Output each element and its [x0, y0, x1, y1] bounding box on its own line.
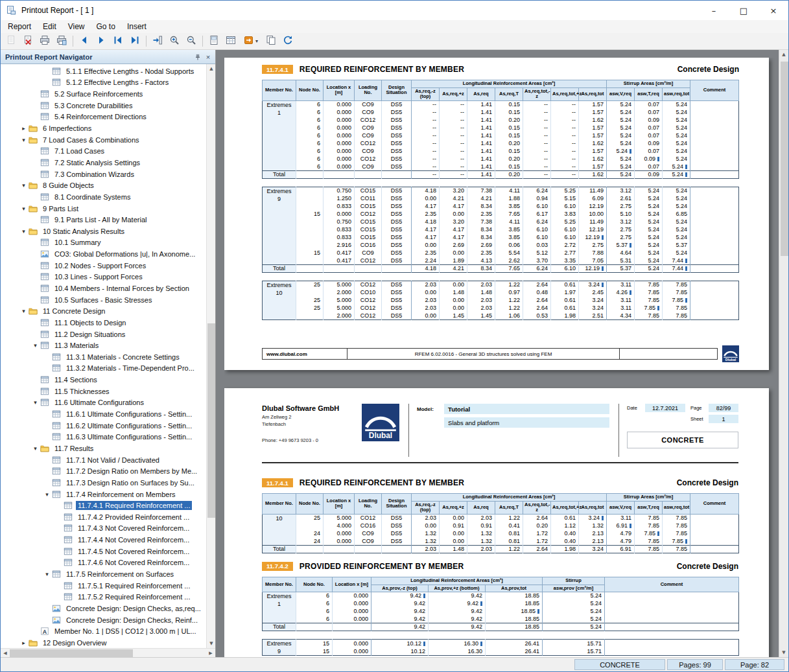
tree-item[interactable]: 11.7.1 Not Valid / Deactivated: [1, 454, 206, 466]
preview-scroll-thumb[interactable]: [781, 62, 788, 256]
navigator-close-icon[interactable]: ×: [203, 52, 213, 62]
navigator-horizontal-scrollbar[interactable]: ◀ ▶: [1, 648, 215, 657]
tree-item[interactable]: 5.4 Reinforcement Directions: [1, 111, 206, 123]
tree-item[interactable]: 11.7.5.1 Required Reinforcement ...: [1, 580, 206, 592]
export-pdf-button[interactable]: ▾: [239, 34, 263, 49]
print-button[interactable]: [36, 34, 53, 49]
preview-vertical-scrollbar[interactable]: ▲ ▼: [779, 50, 788, 657]
page-preview-button[interactable]: [206, 34, 222, 49]
minimize-button[interactable]: –: [699, 1, 729, 20]
tree-item[interactable]: 11.7.4.3 Not Covered Reinforcem...: [1, 523, 206, 535]
tree-item[interactable]: 10.2 Nodes - Support Forces: [1, 260, 206, 272]
tree-item[interactable]: 5.1.2 Effective Lengths - Factors: [1, 77, 206, 89]
scroll-up-icon[interactable]: ▲: [207, 64, 216, 73]
preview-scroll-up-icon[interactable]: ▲: [779, 50, 788, 59]
tree-item[interactable]: ▾11.3 Materials: [1, 340, 206, 351]
zoom-out-button[interactable]: [183, 34, 200, 49]
tree-item[interactable]: 11.7.3 Design Ratio on Surfaces by Su...: [1, 477, 206, 489]
tree-item[interactable]: ▸12 Design Overview: [1, 637, 206, 648]
tree-item[interactable]: ▾11.6 Ultimate Configurations: [1, 397, 206, 409]
tree-item[interactable]: 10.1 Summary: [1, 237, 206, 249]
tree-item[interactable]: 5.2 Surface Reinforcements: [1, 88, 206, 100]
tree-item[interactable]: ▾9 Parts List: [1, 203, 206, 214]
navigator-vertical-scrollbar[interactable]: ▲ ▼: [206, 64, 215, 648]
tree-item[interactable]: 11.5 Thicknesses: [1, 386, 206, 397]
tree-item[interactable]: 11.4 Sections: [1, 374, 206, 386]
tree-item[interactable]: 11.7.4.4 Not Covered Reinforcem...: [1, 534, 206, 546]
tree-item[interactable]: 7.1 Load Cases: [1, 145, 206, 157]
tree-item[interactable]: 11.7.2 Design Ratio on Members by Me...: [1, 465, 206, 477]
nav-first-button[interactable]: [110, 34, 126, 49]
tree-collapse-icon[interactable]: ▾: [19, 137, 29, 143]
tree-item[interactable]: 11.2 Design Situations: [1, 329, 206, 340]
tree-item[interactable]: Concrete Design: Design Checks, Reinf...: [1, 614, 206, 626]
print-preview-button[interactable]: [3, 34, 19, 49]
goto-page-button[interactable]: [149, 34, 166, 49]
tree-expand-icon[interactable]: ▸: [19, 125, 29, 132]
menu-item-view[interactable]: View: [62, 21, 91, 32]
scroll-left-icon[interactable]: ◀: [1, 649, 10, 658]
tree-item[interactable]: ▾11.7.4 Reinforcement on Members: [1, 489, 206, 500]
delete-printout-button[interactable]: [19, 34, 36, 49]
menu-item-insert[interactable]: Insert: [121, 21, 152, 32]
tree-collapse-icon[interactable]: ▾: [19, 308, 29, 314]
tree-item[interactable]: 11.3.2 Materials - Time-Dependent Pro...: [1, 363, 206, 375]
tree-collapse-icon[interactable]: ▾: [19, 182, 29, 189]
tree-collapse-icon[interactable]: ▾: [19, 205, 29, 212]
tree-item[interactable]: 5.3 Concrete Durabilities: [1, 100, 206, 111]
tree-item[interactable]: 11.7.5.2 Required Reinforcement ...: [1, 591, 206, 603]
tree-item[interactable]: 11.7.4.2 Provided Reinforcement ...: [1, 511, 206, 523]
menu-item-go-to[interactable]: Go to: [91, 21, 121, 32]
tree-item[interactable]: ▾11.7 Results: [1, 443, 206, 454]
nav-next-button[interactable]: [93, 34, 110, 49]
pin-icon[interactable]: [193, 52, 203, 62]
tree-item[interactable]: 8.1 Coordinate Systems: [1, 191, 206, 203]
tree-item[interactable]: 10.3 Lines - Support Forces: [1, 272, 206, 283]
tree-item[interactable]: ▾11.7.5 Reinforcement on Surfaces: [1, 568, 206, 580]
tree-item[interactable]: 11.7.4.1 Required Reinforcement ...: [1, 500, 206, 511]
zoom-in-button[interactable]: [166, 34, 183, 49]
tree-item[interactable]: AMember No. 1 | DS5 | CO12 | 3.000 m | U…: [1, 625, 206, 637]
tree-item[interactable]: 7.3 Combination Wizards: [1, 168, 206, 180]
export-table-button[interactable]: [222, 34, 239, 49]
tree-collapse-icon[interactable]: ▾: [19, 228, 29, 235]
tree-item[interactable]: 5.1.1 Effective Lengths - Nodal Supports: [1, 65, 206, 77]
copy-page-button[interactable]: [263, 34, 279, 49]
tree-collapse-icon[interactable]: ▾: [30, 342, 40, 349]
tree-item[interactable]: 10.4 Members - Internal Forces by Sectio…: [1, 283, 206, 294]
scroll-down-icon[interactable]: ▼: [207, 639, 216, 648]
tree-item[interactable]: ▾10 Static Analysis Results: [1, 226, 206, 237]
menu-item-report[interactable]: Report: [2, 21, 37, 32]
tree-item[interactable]: 11.7.4.6 Not Covered Reinforcem...: [1, 557, 206, 569]
tree-item[interactable]: Concrete Design: Design Checks, as,req..…: [1, 603, 206, 614]
tree-item[interactable]: 10.5 Surfaces - Basic Stresses: [1, 294, 206, 306]
tree-collapse-icon[interactable]: ▾: [42, 571, 52, 577]
tree-item[interactable]: CO3: Global Deformations |u|, In Axonome…: [1, 248, 206, 260]
menu-item-edit[interactable]: Edit: [37, 21, 62, 32]
tree-expand-icon[interactable]: ▸: [19, 640, 29, 646]
preview-scroll-down-icon[interactable]: ▼: [779, 648, 788, 657]
tree-item[interactable]: 11.3.1 Materials - Concrete Settings: [1, 351, 206, 363]
nav-prev-button[interactable]: [76, 34, 93, 49]
maximize-button[interactable]: □: [729, 1, 759, 20]
tree-item[interactable]: 11.6.3 Ultimate Configurations - Settin.…: [1, 432, 206, 443]
tree-item[interactable]: 11.6.2 Ultimate Configurations - Settin.…: [1, 420, 206, 432]
tree-item[interactable]: ▸6 Imperfections: [1, 122, 206, 134]
tree-item[interactable]: 7.2 Static Analysis Settings: [1, 157, 206, 168]
nav-last-button[interactable]: [126, 34, 143, 49]
tree-item[interactable]: ▾7 Load Cases & Combinations: [1, 134, 206, 146]
navigator-scroll-thumb[interactable]: [207, 323, 215, 518]
refresh-button[interactable]: [279, 34, 296, 49]
navigator-hscroll-thumb[interactable]: [10, 649, 133, 657]
tree-item[interactable]: 11.6.1 Ultimate Configurations - Settin.…: [1, 408, 206, 420]
tree-item[interactable]: 11.7.4.5 Not Covered Reinforcem...: [1, 546, 206, 557]
close-button[interactable]: ×: [759, 1, 788, 20]
tree-item[interactable]: 9.1 Parts List - All by Material: [1, 214, 206, 226]
tree-item[interactable]: ▾11 Concrete Design: [1, 305, 206, 317]
tree-item[interactable]: ▾8 Guide Objects: [1, 180, 206, 191]
tree-collapse-icon[interactable]: ▾: [30, 399, 40, 406]
tree-collapse-icon[interactable]: ▾: [30, 445, 40, 452]
scroll-right-icon[interactable]: ▶: [206, 649, 215, 658]
tree-item[interactable]: 11.1 Objects to Design: [1, 317, 206, 329]
tree-collapse-icon[interactable]: ▾: [42, 491, 52, 498]
